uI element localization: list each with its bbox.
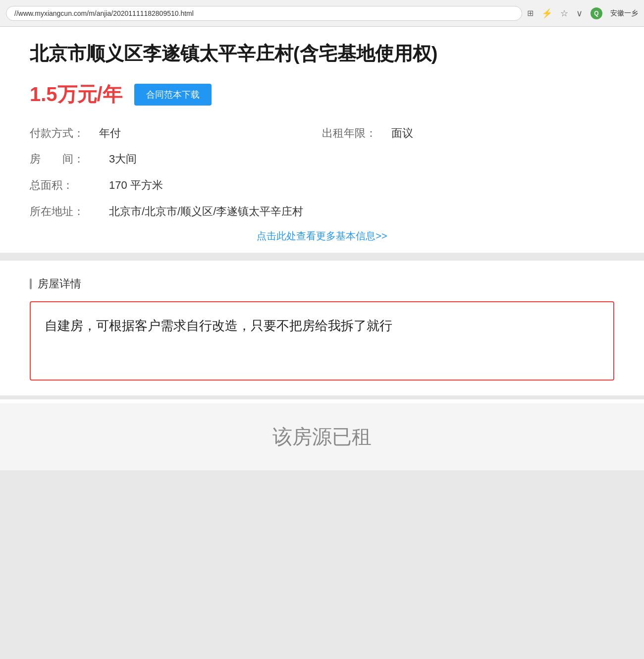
section-header: 房屋详情 (30, 276, 614, 291)
address-row: 所在地址： 北京市/北京市/顺义区/李遂镇太平辛庄村 (30, 203, 614, 220)
payment-rentyears-row: 付款方式： 年付 出租年限： 面议 (30, 126, 614, 141)
divider-1 (0, 257, 644, 261)
rent-years-value: 面议 (391, 126, 413, 141)
rented-section: 该房源已租 (0, 403, 644, 470)
rooms-label: 房 间： (30, 151, 109, 167)
section-title: 房屋详情 (38, 276, 81, 291)
chevron-icon[interactable]: ∨ (576, 8, 583, 19)
property-details: 付款方式： 年付 出租年限： 面议 房 间： 3大间 总面积： 170 平方米 (30, 126, 614, 220)
house-description-box: 自建房，可根据客户需求自行改造，只要不把房给我拆了就行 (30, 301, 614, 381)
price-text: 1.5万元/年 (30, 81, 122, 108)
address-bar[interactable]: //www.myxiangcun.com/m/anjia/20201111182… (6, 6, 522, 21)
contract-download-button[interactable]: 合同范本下载 (134, 84, 212, 106)
address-value: 北京市/北京市/顺义区/李遂镇太平辛庄村 (109, 203, 303, 220)
area-label: 总面积： (30, 177, 109, 193)
lightning-icon[interactable]: ⚡ (541, 8, 552, 19)
price-row: 1.5万元/年 合同范本下载 (30, 81, 614, 108)
house-detail-section: 房屋详情 自建房，可根据客户需求自行改造，只要不把房给我拆了就行 (0, 265, 644, 395)
area-row: 总面积： 170 平方米 (30, 177, 614, 193)
browser-icons: ⊞ ⚡ ☆ ∨ Q 安徽一乡 (527, 7, 638, 19)
star-icon[interactable]: ☆ (560, 8, 568, 19)
area-value: 170 平方米 (109, 177, 163, 193)
property-title: 北京市顺义区李遂镇太平辛庄村(含宅基地使用权) (30, 41, 614, 67)
divider-2 (0, 395, 644, 399)
more-info-link[interactable]: 点击此处查看更多基本信息>> (30, 229, 614, 243)
payment-value: 年付 (99, 126, 121, 141)
rent-years-label: 出租年限： (322, 126, 391, 141)
rooms-row: 房 间： 3大间 (30, 151, 614, 167)
payment-col: 付款方式： 年付 (30, 126, 322, 141)
rooms-value: 3大间 (109, 151, 137, 167)
rent-years-col: 出租年限： 面议 (322, 126, 614, 141)
qihoo-icon: Q (590, 7, 602, 19)
browser-toolbar: //www.myxiangcun.com/m/anjia/20201111182… (0, 0, 644, 27)
payment-label: 付款方式： (30, 126, 99, 141)
address-label: 所在地址： (30, 203, 109, 220)
page-content: 北京市顺义区李遂镇太平辛庄村(含宅基地使用权) 1.5万元/年 合同范本下载 付… (0, 27, 644, 470)
security-label: 安徽一乡 (610, 9, 638, 18)
url-text: //www.myxiangcun.com/m/anjia/20201111182… (14, 9, 194, 17)
grid-icon[interactable]: ⊞ (527, 8, 534, 18)
property-card: 北京市顺义区李遂镇太平辛庄村(含宅基地使用权) 1.5万元/年 合同范本下载 付… (0, 27, 644, 257)
house-description-text: 自建房，可根据客户需求自行改造，只要不把房给我拆了就行 (45, 318, 392, 333)
rented-label: 该房源已租 (272, 426, 372, 447)
